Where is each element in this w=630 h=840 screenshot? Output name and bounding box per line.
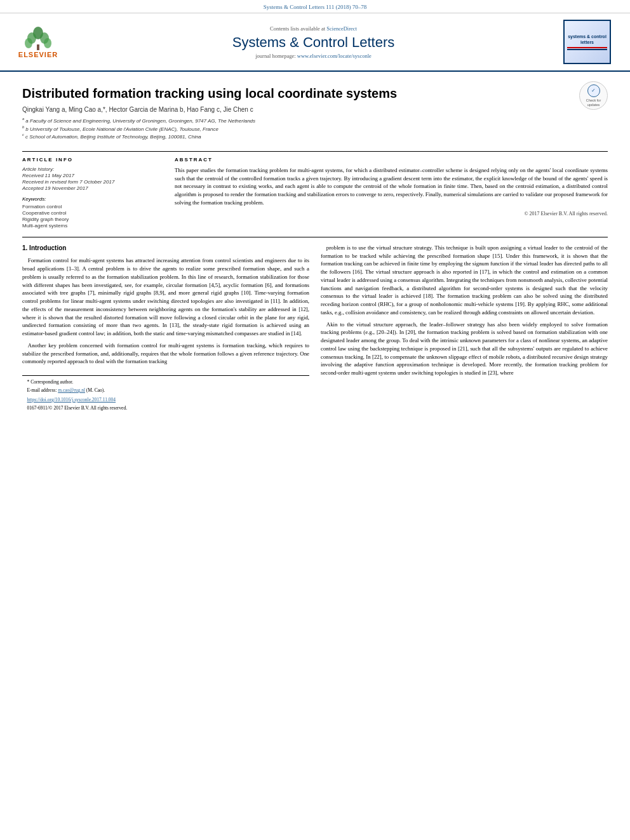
journal-logo-right: systems & control letters [563,20,611,64]
journal-citation: Systems & Control Letters 111 (2018) 70–… [264,4,366,10]
section1-right-para1: problem is to use the virtual structure … [321,244,608,317]
keyword-4: Multi-agent systems [22,223,162,229]
affiliation-c: c c School of Automation, Beijing Instit… [22,133,573,140]
keyword-1: Formation control [22,204,162,210]
email-link[interactable]: m.cao@rug.nl [58,387,85,393]
section1-heading: 1. Introduction [22,244,309,253]
article-history: Article history: Received 11 May 2017 Re… [22,166,162,191]
divider-after-abstract [22,237,608,237]
body-col-left: 1. Introduction Formation control for mu… [22,244,309,413]
doi-link[interactable]: https://doi.org/10.1016/j.sysconle.2017.… [27,397,116,403]
paper-title-block: Distributed formation tracking using loc… [22,81,573,146]
keywords-section: Keywords: Formation control Cooperative … [22,196,162,229]
revised-date: Received in revised form 7 October 2017 [22,179,162,185]
svg-point-3 [25,38,32,48]
journal-header: ELSEVIER Contents lists available at Sci… [0,13,630,72]
paper-title-row: Distributed formation tracking using loc… [22,81,608,146]
paper-title: Distributed formation tracking using loc… [22,86,573,101]
journal-title-header: Systems & Control Letters [64,34,563,51]
section1-right-para2: Akin to the virtual structure approach, … [321,321,608,377]
svg-point-4 [44,38,51,48]
body-section: 1. Introduction Formation control for mu… [22,244,608,413]
elsevier-brand-text: ELSEVIER [18,51,58,58]
check-for-updates-badge: ✓ Check for updates [579,81,608,110]
keyword-3: Rigidity graph theory [22,217,162,222]
section1-para1: Formation control for multi-agent system… [22,257,309,338]
doi-line: https://doi.org/10.1016/j.sysconle.2017.… [22,397,309,404]
keywords-label: Keywords: [22,196,162,202]
contents-line: Contents lists available at ScienceDirec… [64,25,563,32]
article-info-heading: ARTICLE INFO [22,157,162,163]
top-bar: Systems & Control Letters 111 (2018) 70–… [0,0,630,13]
footnote-area: * Corresponding author. E-mail address: … [22,375,309,412]
journal-header-center: Contents lists available at ScienceDirec… [64,25,563,59]
keywords-list: Formation control Cooperative control Ri… [22,204,162,229]
elsevier-tree-graphic [19,25,57,51]
email-line: E-mail address: m.cao@rug.nl (M. Cao). [22,387,309,394]
svg-rect-5 [37,44,39,50]
affiliations: a a Faculty of Science and Engineering, … [22,117,573,140]
homepage-link[interactable]: www.elsevier.com/locate/sysconle [297,53,372,59]
copyright-line: © 2017 Elsevier B.V. All rights reserved… [175,211,608,217]
divider-after-affiliations [22,151,608,152]
received-date: Received 11 May 2017 [22,173,162,178]
abstract-section: ABSTRACT This paper studies the formatio… [175,157,608,229]
elsevier-logo-left: ELSEVIER [13,25,64,58]
corresponding-note: * Corresponding author. [22,379,309,386]
history-label: Article history: [22,166,162,172]
article-info-abstract-section: ARTICLE INFO Article history: Received 1… [22,157,608,229]
issn-line: 0167-6911/© 2017 Elsevier B.V. All right… [22,405,309,412]
journal-homepage: journal homepage: www.elsevier.com/locat… [64,53,563,59]
affiliation-b: b b University of Toulouse, Ecole Nation… [22,125,573,132]
article-info-panel: ARTICLE INFO Article history: Received 1… [22,157,162,229]
authors: Qingkai Yang a, Ming Cao a,*, Hector Gar… [22,106,573,113]
keyword-2: Cooperative control [22,210,162,216]
accepted-date: Accepted 19 November 2017 [22,185,162,191]
affiliation-a: a a Faculty of Science and Engineering, … [22,117,573,124]
section1-para2: Another key problem concerned with forma… [22,342,309,366]
main-content: Distributed formation tracking using loc… [0,72,630,423]
abstract-text: This paper studies the formation trackin… [175,166,608,207]
abstract-heading: ABSTRACT [175,157,608,163]
body-col-right: problem is to use the virtual structure … [321,244,608,413]
sciencedirect-link[interactable]: ScienceDirect [326,25,357,32]
